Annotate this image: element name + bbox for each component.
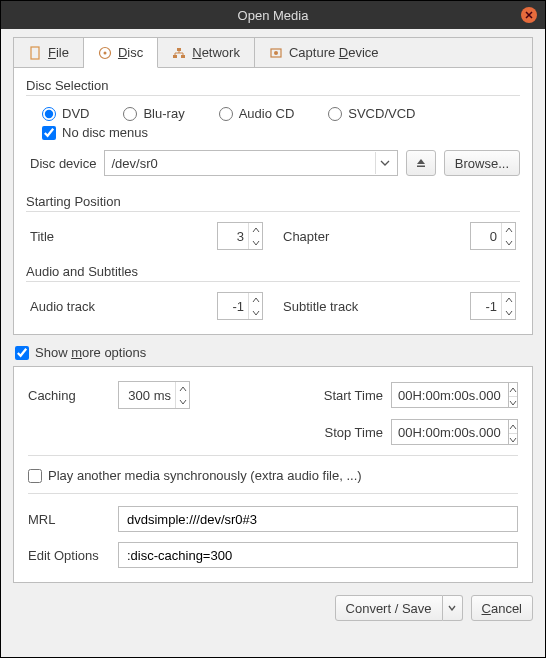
audio-track-label: Audio track	[30, 299, 217, 314]
tab-disc[interactable]: Disc	[84, 38, 158, 68]
step-up-icon[interactable]	[502, 223, 515, 236]
svg-rect-5	[177, 48, 181, 51]
starting-position-title: Starting Position	[26, 194, 520, 209]
edit-options-label: Edit Options	[28, 548, 118, 563]
mrl-label: MRL	[28, 512, 118, 527]
checkbox-no-disc-menus[interactable]	[42, 126, 56, 140]
step-up-icon[interactable]	[249, 293, 262, 306]
no-disc-menus-label: No disc menus	[62, 125, 148, 140]
title-label: Title	[30, 229, 217, 244]
cancel-button[interactable]: Cancel	[471, 595, 533, 621]
radio-dvd[interactable]: DVD	[42, 106, 89, 121]
svg-rect-0	[31, 47, 39, 59]
subtitle-track-spinner[interactable]: -1	[470, 292, 516, 320]
step-down-icon[interactable]	[249, 236, 262, 249]
radio-svcd[interactable]: SVCD/VCD	[328, 106, 415, 121]
divider	[26, 95, 520, 96]
disc-device-label: Disc device	[30, 156, 96, 171]
stop-time-label: Stop Time	[324, 425, 383, 440]
titlebar: Open Media	[1, 1, 545, 29]
subtitle-track-label: Subtitle track	[283, 299, 470, 314]
mrl-input[interactable]	[118, 506, 518, 532]
audio-subtitles-title: Audio and Subtitles	[26, 264, 520, 279]
window-title: Open Media	[238, 8, 309, 23]
svg-point-7	[274, 51, 278, 55]
start-time-input[interactable]: 00H:00m:00s.000	[391, 382, 509, 408]
radio-audiocd[interactable]: Audio CD	[219, 106, 295, 121]
network-icon	[172, 46, 186, 60]
tab-disc-label: isc	[127, 45, 143, 60]
radio-bluray[interactable]: Blu-ray	[123, 106, 184, 121]
tab-capture-label: evice	[348, 45, 378, 60]
svg-rect-3	[173, 55, 177, 58]
audio-track-value: -1	[218, 299, 248, 314]
file-icon	[28, 46, 42, 60]
svg-rect-4	[181, 55, 185, 58]
browse-button[interactable]: Browse...	[444, 150, 520, 176]
svg-point-2	[103, 51, 106, 54]
caching-value: 300 ms	[119, 388, 175, 403]
tab-file[interactable]: File	[14, 38, 84, 67]
close-icon[interactable]	[521, 7, 537, 23]
more-options-panel: Caching 300 ms Start Time 00H:00m:00s.00…	[13, 366, 533, 583]
play-sync-label: Play another media synchronously (extra …	[48, 468, 362, 483]
step-down-icon[interactable]	[509, 396, 517, 409]
disc-selection-title: Disc Selection	[26, 78, 520, 93]
step-up-icon[interactable]	[176, 382, 189, 395]
step-up-icon[interactable]	[502, 293, 515, 306]
disc-icon	[98, 46, 112, 60]
chapter-label: Chapter	[283, 229, 470, 244]
convert-save-button[interactable]: Convert / Save	[335, 595, 463, 621]
start-time-label: Start Time	[324, 388, 383, 403]
chevron-down-icon[interactable]	[443, 595, 463, 621]
audio-track-spinner[interactable]: -1	[217, 292, 263, 320]
edit-options-input[interactable]	[118, 542, 518, 568]
chapter-spinner[interactable]: 0	[470, 222, 516, 250]
divider	[26, 211, 520, 212]
tab-capture[interactable]: Capture Device	[255, 38, 393, 67]
checkbox-play-sync[interactable]	[28, 469, 42, 483]
caching-spinner[interactable]: 300 ms	[118, 381, 190, 409]
title-value: 3	[218, 229, 248, 244]
capture-icon	[269, 46, 283, 60]
title-spinner[interactable]: 3	[217, 222, 263, 250]
step-down-icon[interactable]	[509, 433, 517, 446]
divider	[28, 455, 518, 456]
chevron-down-icon[interactable]	[375, 152, 395, 174]
stop-time-input[interactable]: 00H:00m:00s.000	[391, 419, 509, 445]
eject-button[interactable]	[406, 150, 436, 176]
disc-device-combo[interactable]: /dev/sr0	[104, 150, 397, 176]
divider	[28, 493, 518, 494]
show-more-label: ore options	[82, 345, 146, 360]
step-up-icon[interactable]	[249, 223, 262, 236]
step-down-icon[interactable]	[502, 236, 515, 249]
caching-label: Caching	[28, 388, 118, 403]
tab-network-label: etwork	[202, 45, 240, 60]
tab-file-label: ile	[56, 45, 69, 60]
step-up-icon[interactable]	[509, 420, 517, 433]
checkbox-show-more-options[interactable]	[15, 346, 29, 360]
tab-network[interactable]: Network	[158, 38, 255, 67]
divider	[26, 281, 520, 282]
tabs-container: File Disc Network Capture Device Disc Se…	[13, 37, 533, 335]
svg-rect-8	[417, 166, 425, 168]
step-down-icon[interactable]	[176, 395, 189, 408]
disc-device-value: /dev/sr0	[111, 156, 374, 171]
chapter-value: 0	[471, 229, 501, 244]
subtitle-track-value: -1	[471, 299, 501, 314]
step-up-icon[interactable]	[509, 383, 517, 396]
step-down-icon[interactable]	[249, 306, 262, 319]
step-down-icon[interactable]	[502, 306, 515, 319]
